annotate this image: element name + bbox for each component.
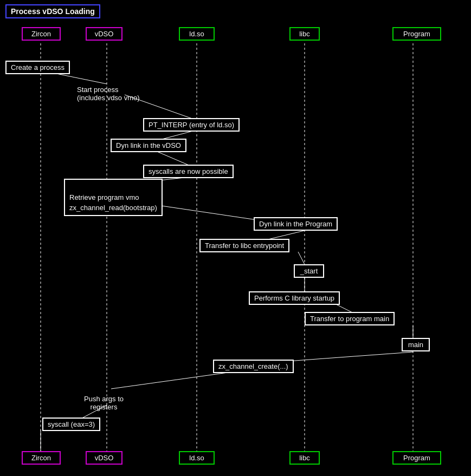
dyn-link-vdso-box: Dyn link in the vDSO — [111, 139, 186, 152]
program-bot-box: Program — [392, 451, 441, 465]
libc-top-box: libc — [289, 27, 320, 41]
syscalls-possible-box: syscalls are now possible — [143, 165, 234, 178]
dyn-link-program-box: Dyn link in the Program — [254, 217, 338, 231]
zircon-top-box: Zircon — [22, 27, 61, 41]
zx-channel-create-box: zx_channel_create(...) — [213, 360, 294, 373]
start-process-label: Start process (includes vdso vmo) — [77, 77, 140, 102]
syscall-eax-box: syscall (eax=3) — [42, 418, 100, 431]
ldso-top-box: ld.so — [179, 27, 215, 41]
vdso-bot-box: vDSO — [86, 451, 122, 465]
create-process-box: Create a process — [5, 61, 70, 74]
push-args-label: Push args to registers — [84, 387, 124, 411]
vdso-top-box: vDSO — [86, 27, 122, 41]
performs-c-box: Performs C library startup — [249, 291, 340, 305]
zircon-bot-box: Zircon — [22, 451, 61, 465]
libc-bot-box: libc — [289, 451, 320, 465]
program-top-box: Program — [392, 27, 441, 41]
svg-line-17 — [111, 373, 228, 389]
transfer-libc-box: Transfer to libc entrypoint — [199, 239, 289, 252]
pt-interp-box: PT_INTERP (entry of ld.so) — [143, 118, 240, 132]
ldso-bot-box: ld.so — [179, 451, 215, 465]
start-symbol-box: _start — [294, 264, 324, 278]
transfer-program-main-box: Transfer to program main — [305, 312, 395, 325]
main-box: main — [402, 338, 430, 351]
retrieve-vmo-box: Retrieve program vmo zx_channel_read(boo… — [64, 179, 163, 216]
diagram-title: Process vDSO Loading — [5, 4, 100, 18]
